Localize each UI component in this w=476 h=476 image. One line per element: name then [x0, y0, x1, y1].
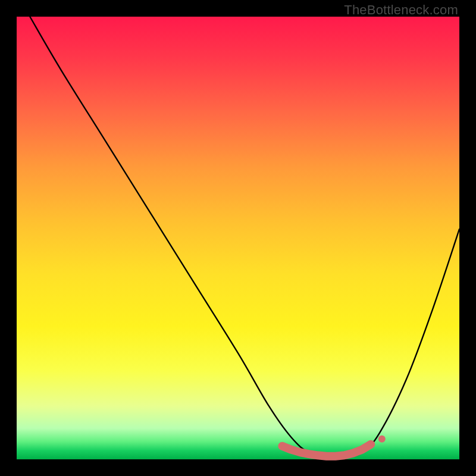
highlight-markers [282, 436, 385, 456]
bottleneck-curve [30, 17, 459, 458]
chart-svg [17, 17, 459, 459]
chart-frame [17, 17, 459, 459]
highlight-blob [282, 444, 371, 456]
highlight-end-dot [378, 436, 386, 443]
watermark-text: TheBottleneck.com [344, 2, 458, 18]
